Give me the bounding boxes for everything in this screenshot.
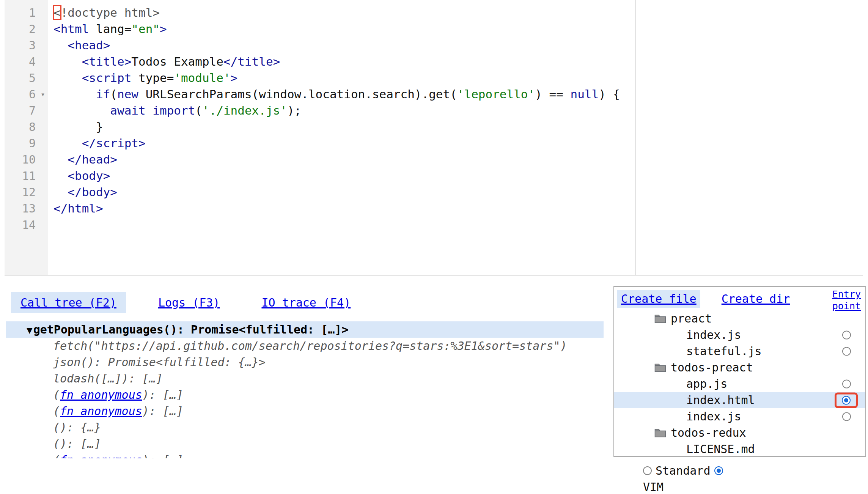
mode-label-vim[interactable]: VIM xyxy=(643,479,664,494)
token-plain: Todos Example xyxy=(131,55,223,68)
reopen-run-window-button[interactable]: (Re)open run window (F7) xyxy=(434,463,565,494)
file-row-index.js[interactable]: index.js xyxy=(614,327,865,343)
call-text: lodash([…]): […] xyxy=(53,372,163,385)
code-line[interactable]: </head> xyxy=(53,151,863,168)
help-link[interactable]: Help xyxy=(772,469,800,494)
fn-anonymous-link[interactable]: fn anonymous xyxy=(60,404,142,418)
code-line[interactable]: } xyxy=(53,119,863,135)
file-row-app.js[interactable]: app.js xyxy=(614,376,865,392)
gutter-row: 9 xyxy=(5,135,48,151)
code-line[interactable]: <script type='module'> xyxy=(53,70,863,86)
token-plain: ) == xyxy=(535,87,570,101)
token-tag: </title> xyxy=(223,55,280,68)
folder-name: preact xyxy=(671,312,712,325)
file-name: LICENSE.md xyxy=(686,442,755,456)
vim-block-cursor: < xyxy=(53,6,61,19)
status-bar: docs/examples/todos- preact/index.html C… xyxy=(0,462,868,494)
fn-anonymous-link[interactable]: fn anonymous xyxy=(60,388,142,401)
calltree-row[interactable]: lodash([…]): […] xyxy=(6,370,604,387)
entry-point-radio[interactable] xyxy=(842,347,851,356)
github-link[interactable]: Github xyxy=(813,469,854,494)
calltree-row[interactable]: fetch("https://api.github.com/search/rep… xyxy=(6,338,604,354)
mode-label-standard[interactable]: Standard xyxy=(656,463,711,479)
clear-io-trace-button[interactable]: Clear IO trace (F6) xyxy=(272,463,368,494)
token-tag: </head> xyxy=(68,153,117,166)
token-atom: null xyxy=(571,87,599,101)
tab-logs-f3[interactable]: Logs (F3) xyxy=(149,292,230,313)
line-number: 7 xyxy=(5,104,38,117)
code-area[interactable]: <!doctype html><html lang="en"> <head> <… xyxy=(48,0,863,275)
mode-radio-vim[interactable] xyxy=(714,466,723,475)
folder-name: todos-preact xyxy=(671,361,753,374)
code-line[interactable]: if(new URLSearchParams(window.location.s… xyxy=(53,86,863,102)
expander-icon[interactable]: ▼ xyxy=(27,324,33,336)
create-dir-button[interactable]: Create dir xyxy=(718,290,794,308)
code-line[interactable]: <!doctype html> xyxy=(53,5,863,21)
code-line[interactable]: await import('./index.js'); xyxy=(53,102,863,119)
gutter-row: 7 xyxy=(5,102,48,119)
entry-point-radio[interactable] xyxy=(842,412,851,421)
code-editor[interactable]: 123456▾7891011121314 <!doctype html><htm… xyxy=(5,0,863,275)
token-plain xyxy=(146,104,153,117)
calltree-row[interactable]: json(): Promise<fulfilled: {…}> xyxy=(6,354,604,370)
code-line[interactable]: </script> xyxy=(53,135,863,151)
line-number: 2 xyxy=(5,22,38,36)
file-tree-rows: preactindex.jsstateful.jstodos-preactapp… xyxy=(614,310,865,457)
entry-point-radio[interactable] xyxy=(842,379,851,388)
code-line[interactable] xyxy=(53,217,863,233)
calltree-panel: Call tree (F2)Logs (F3)IO trace (F4) ▼ge… xyxy=(6,288,604,458)
tab-call-tree-f2[interactable]: Call tree (F2) xyxy=(11,292,126,313)
fn-anonymous-link[interactable]: fn anonymous xyxy=(60,453,142,458)
code-line[interactable]: <body> xyxy=(53,168,863,184)
gutter-row: 14 xyxy=(5,217,48,233)
entry-point-radio[interactable] xyxy=(835,392,858,408)
token-tag: <body> xyxy=(68,169,110,182)
call-text: (): […] xyxy=(53,437,101,450)
call-text: json(): Promise<fulfilled: {…}> xyxy=(53,356,266,369)
code-line[interactable]: <html lang="en"> xyxy=(53,21,863,37)
gutter-row: 13 xyxy=(5,200,48,217)
line-number: 6 xyxy=(5,88,38,101)
gutter-row: 3 xyxy=(5,37,48,53)
file-tree-panel: Create file Create dir Entry point preac… xyxy=(613,286,866,457)
code-line[interactable]: </body> xyxy=(53,184,863,200)
folder-row-preact[interactable]: preact xyxy=(614,310,865,327)
token-plain xyxy=(53,185,68,199)
calltree-row[interactable]: (fn anonymous): […] xyxy=(6,403,604,419)
tab-io-trace-f4[interactable]: IO trace (F4) xyxy=(252,292,360,313)
calltree-row[interactable]: (fn anonymous): […] xyxy=(6,387,604,403)
code-line[interactable]: </html> xyxy=(53,200,863,217)
line-number: 12 xyxy=(5,186,38,199)
folder-icon xyxy=(654,428,666,437)
calltree-row[interactable]: (): {…} xyxy=(6,419,604,436)
token-plain: type= xyxy=(131,71,174,85)
call-text: (): {…} xyxy=(53,421,101,434)
calltree-row[interactable]: (fn anonymous): […] xyxy=(6,452,604,458)
token-plain: ( xyxy=(110,87,117,101)
entry-point-header[interactable]: Entry point xyxy=(832,288,861,312)
code-line[interactable]: <title>Todos Example</title> xyxy=(53,53,863,70)
line-number: 8 xyxy=(5,120,38,134)
mode-radio-standard[interactable] xyxy=(643,466,652,475)
fold-toggle-icon[interactable]: ▾ xyxy=(38,86,48,102)
file-name: index.js xyxy=(686,410,741,423)
token-string: 'module' xyxy=(174,71,230,85)
token-tag: <html xyxy=(53,22,89,36)
file-row-index.js[interactable]: index.js xyxy=(614,408,865,425)
file-name: stateful.js xyxy=(686,345,762,358)
calltree-row[interactable]: ▼getPopularLanguages(): Promise<fulfille… xyxy=(6,321,604,338)
entry-point-radio[interactable] xyxy=(842,330,851,339)
file-row-stateful.js[interactable]: stateful.js xyxy=(614,343,865,359)
folder-row-todos-redux[interactable]: todos-redux xyxy=(614,425,865,441)
calltree-row[interactable]: (): […] xyxy=(6,436,604,452)
token-tag: <title> xyxy=(82,55,132,68)
folder-row-todos-preact[interactable]: todos-preact xyxy=(614,359,865,376)
call-text: fetch("https://api.github.com/search/rep… xyxy=(53,339,567,352)
code-line[interactable]: <head> xyxy=(53,37,863,53)
file-row-index.html[interactable]: index.html xyxy=(614,392,865,408)
call-text: ( xyxy=(53,453,60,458)
call-text: getPopularLanguages(): Promise<fulfilled… xyxy=(33,323,349,336)
token-plain xyxy=(53,38,68,52)
file-row-LICENSE.md[interactable]: LICENSE.md xyxy=(614,441,865,457)
create-file-button[interactable]: Create file xyxy=(617,290,700,308)
